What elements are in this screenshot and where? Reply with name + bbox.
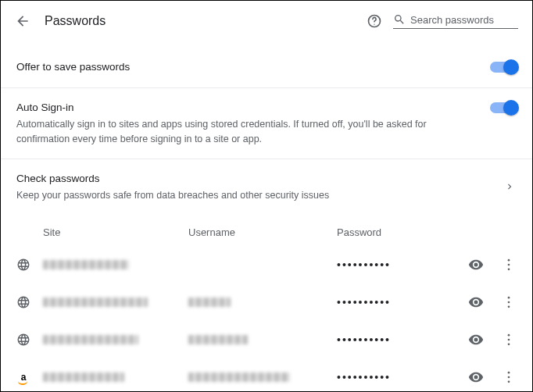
col-header-username: Username <box>188 226 337 238</box>
password-row: •••••••••• <box>1 246 532 283</box>
search-icon <box>393 13 406 26</box>
svg-point-6 <box>508 301 510 304</box>
svg-point-4 <box>508 268 510 270</box>
amazon-favicon: a <box>16 370 30 384</box>
svg-point-1 <box>374 24 374 25</box>
passwords-table-header: Site Username Password <box>1 216 532 246</box>
svg-point-8 <box>508 334 510 337</box>
svg-point-7 <box>508 305 510 308</box>
password-mask: •••••••••• <box>337 371 460 383</box>
username <box>188 372 290 382</box>
site-name[interactable] <box>43 372 124 382</box>
password-row: •••••••••• <box>1 321 532 358</box>
site-name[interactable] <box>43 335 138 344</box>
site-name[interactable] <box>43 260 129 269</box>
check-passwords-desc: Keep your passwords safe from data breac… <box>16 188 504 203</box>
site-name[interactable] <box>43 298 148 307</box>
search-input[interactable] <box>410 14 518 26</box>
password-row: a•••••••••• <box>1 358 532 392</box>
offer-save-label: Offer to save passwords <box>16 60 467 75</box>
auto-signin-desc: Automatically sign in to sites and apps … <box>16 117 467 147</box>
check-passwords-label: Check passwords <box>16 172 504 187</box>
check-passwords-row[interactable]: Check passwords Keep your passwords safe… <box>16 172 517 203</box>
page-title: Passwords <box>45 14 106 28</box>
username <box>188 298 231 307</box>
svg-point-12 <box>508 376 510 379</box>
col-header-password: Password <box>337 226 517 238</box>
chevron-right-icon <box>504 181 517 194</box>
more-options-icon[interactable] <box>501 369 517 385</box>
more-options-icon[interactable] <box>501 332 517 347</box>
svg-point-11 <box>508 372 510 374</box>
svg-point-10 <box>508 343 510 345</box>
more-options-icon[interactable] <box>501 294 517 310</box>
svg-point-2 <box>508 259 510 262</box>
show-password-icon[interactable] <box>468 294 484 310</box>
password-mask: •••••••••• <box>337 258 460 271</box>
show-password-icon[interactable] <box>468 369 484 385</box>
offer-save-toggle[interactable] <box>490 62 517 73</box>
search-field[interactable] <box>393 13 518 29</box>
password-mask: •••••••••• <box>337 333 460 346</box>
username <box>188 335 248 344</box>
help-icon[interactable] <box>367 13 382 29</box>
more-options-icon[interactable] <box>501 257 517 273</box>
svg-point-3 <box>508 264 510 266</box>
globe-icon <box>16 295 30 309</box>
back-button[interactable] <box>15 13 30 29</box>
password-row: •••••••••• <box>1 283 532 321</box>
svg-point-13 <box>508 380 510 383</box>
password-mask: •••••••••• <box>337 296 460 308</box>
globe-icon <box>16 333 30 347</box>
show-password-icon[interactable] <box>468 332 484 347</box>
svg-point-9 <box>508 339 510 341</box>
svg-point-5 <box>508 297 510 299</box>
auto-signin-label: Auto Sign-in <box>16 101 467 116</box>
show-password-icon[interactable] <box>468 257 484 273</box>
auto-signin-toggle[interactable] <box>490 102 517 113</box>
globe-icon <box>16 258 30 272</box>
col-header-site: Site <box>43 226 188 238</box>
